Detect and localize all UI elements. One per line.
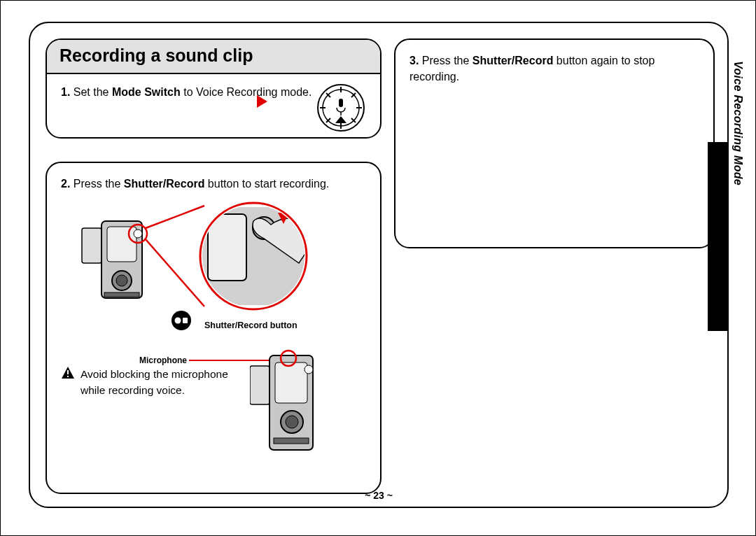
page-title: Recording a sound clip	[47, 40, 380, 74]
svg-rect-13	[82, 228, 102, 263]
warning-row: Avoid blocking the microphone while reco…	[61, 366, 243, 399]
step-1-body: 1. Set the Mode Switch to Voice Recordin…	[47, 74, 380, 137]
svg-rect-15	[107, 227, 136, 262]
svg-rect-36	[275, 362, 307, 403]
svg-rect-43	[67, 370, 69, 374]
step-1-number: 1.	[61, 86, 70, 98]
title-panel: Recording a sound clip 1. Set the Mode S…	[46, 38, 382, 139]
microphone-label: Microphone	[139, 355, 187, 365]
svg-point-31	[172, 311, 191, 330]
step-3-text: 3. Press the Shutter/Record button again…	[410, 52, 699, 85]
step-2-pre: Press the	[74, 178, 124, 190]
page-number: ~ 23 ~	[30, 490, 727, 501]
step-1-post: to Voice Recording mode.	[181, 86, 312, 98]
step-3-panel: 3. Press the Shutter/Record button again…	[394, 38, 715, 248]
warning-text: Avoid blocking the microphone while reco…	[80, 366, 243, 399]
pointer-arrow-icon	[257, 95, 267, 108]
step-3-number: 3.	[410, 55, 419, 66]
svg-rect-33	[183, 318, 188, 323]
svg-point-39	[286, 416, 298, 428]
svg-rect-26	[208, 214, 246, 281]
svg-point-37	[304, 365, 313, 374]
mode-dial-icon	[316, 83, 366, 133]
step-1-bold: Mode Switch	[112, 86, 181, 98]
svg-rect-10	[339, 99, 343, 107]
side-tab	[708, 142, 729, 331]
shutter-button-label: Shutter/Record button	[204, 320, 298, 330]
svg-line-22	[146, 239, 204, 306]
svg-rect-40	[274, 438, 309, 444]
svg-point-16	[134, 230, 142, 238]
step-2-post: button to start recording.	[204, 178, 329, 190]
svg-rect-19	[104, 292, 139, 297]
step-2-text: 2. Press the Shutter/Record button to st…	[61, 176, 366, 192]
step-2-number: 2.	[61, 178, 70, 190]
side-tab-label: Voice Recording Mode	[732, 61, 744, 185]
svg-rect-44	[67, 376, 69, 377]
step-2-bold: Shutter/Record	[124, 178, 205, 190]
shutter-diagram: Shutter/Record button Microphone	[61, 200, 366, 361]
svg-point-18	[116, 275, 127, 286]
svg-line-21	[146, 206, 204, 228]
svg-rect-34	[250, 366, 270, 404]
step-3-bold: Shutter/Record	[472, 55, 554, 66]
warning-icon	[61, 366, 75, 399]
svg-point-32	[175, 318, 181, 324]
step-2-panel: 2. Press the Shutter/Record button to st…	[46, 162, 382, 494]
manual-page: Recording a sound clip 1. Set the Mode S…	[29, 22, 729, 508]
microphone-diagram	[250, 348, 355, 471]
step-3-pre: Press the	[422, 55, 472, 66]
step-1-pre: Set the	[74, 86, 112, 98]
